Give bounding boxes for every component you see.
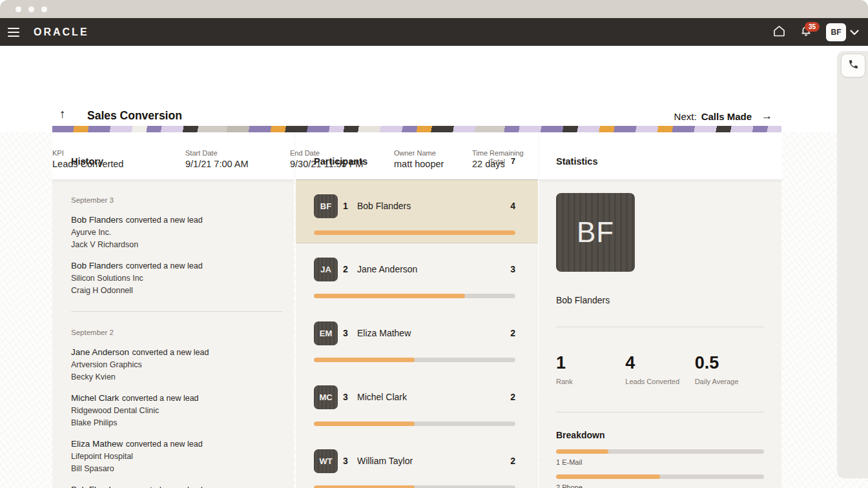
participant-score: 3 [510, 264, 515, 274]
stat-value: 4 [625, 353, 694, 373]
history-action: converted a new lead [132, 348, 209, 357]
history-date: September 2 [71, 329, 282, 336]
window-control-dot[interactable] [16, 6, 21, 12]
oracle-logo: ORACLE [34, 26, 89, 38]
decorative-banner [52, 126, 781, 132]
history-entries: Bob Flanders converted a new lead Ayurve… [71, 214, 282, 296]
progress-track [314, 485, 515, 488]
statistics-panel: Statistics BF Bob Flanders 1 Rank 4 Lead… [539, 132, 781, 488]
progress-track [314, 294, 515, 298]
breakdown-title: Breakdown [556, 430, 764, 440]
notification-badge: 35 [805, 22, 820, 32]
progress-track [556, 474, 764, 479]
kpi-item: Start Date 9/1/21 7:00 AM [185, 149, 290, 169]
participant-avatar: JA [314, 258, 338, 281]
breakdown-label: 2 Phone [556, 483, 764, 488]
participant-row[interactable]: WT 3 William Taylor 2 [296, 435, 538, 488]
participant-name: Michel Clark [357, 392, 407, 402]
arrow-right-icon: → [761, 110, 772, 123]
participant-name: Eliza Mathew [357, 328, 411, 338]
history-entry: Eliza Mathew converted a new lead Lifepo… [71, 438, 282, 474]
participant-rank: 3 [343, 392, 348, 402]
phone-icon [848, 59, 859, 72]
progress-fill [314, 358, 415, 362]
progress-fill [314, 294, 465, 298]
page-title: Sales Conversion [87, 109, 182, 123]
progress-fill [314, 485, 415, 488]
home-button[interactable] [768, 21, 790, 43]
history-company: Ridgewood Dental Clinic [71, 405, 282, 416]
main-content: History September 3 Bob Flanders convert… [52, 132, 781, 488]
progress-track [314, 422, 515, 426]
kpi-summary-row: KPI Leads Converted Start Date 9/1/21 7:… [52, 149, 556, 169]
call-button[interactable] [841, 54, 865, 77]
user-avatar[interactable]: BF [826, 23, 846, 41]
participant-row[interactable]: MC 3 Michel Clark 2 [296, 371, 538, 435]
divider [556, 412, 764, 412]
participant-row[interactable]: BF 1 Bob Flanders 4 [296, 179, 538, 243]
progress-fill [314, 230, 515, 235]
home-icon [772, 25, 786, 40]
history-divider [71, 311, 282, 312]
participant-row[interactable]: JA 2 Jane Anderson 3 [296, 243, 538, 307]
history-contact: Craig H Odonnell [71, 285, 282, 296]
participant-score: 2 [510, 392, 515, 402]
arrow-up-icon: ↑ [59, 107, 66, 121]
stat-label: Daily Average [695, 378, 764, 385]
participant-name: William Taylor [357, 456, 413, 466]
breakdown-item: 1 E-Mail [556, 449, 764, 466]
participants-list: BF 1 Bob Flanders 4 JA 2 Jane Anderson 3… [296, 179, 538, 488]
participant-row[interactable]: EM 3 Eliza Mathew 2 [296, 307, 538, 371]
notifications-button[interactable]: 35 [795, 21, 817, 43]
kpi-label: Start Date [185, 149, 290, 157]
next-kpi-link[interactable]: Next: Calls Made → [674, 110, 772, 123]
history-action: converted a new lead [122, 394, 199, 403]
history-actor: Michel Clark [71, 393, 119, 403]
history-company: Ayurve Inc. [71, 227, 282, 238]
participants-panel: Participants Total 7 BF 1 Bob Flanders 4… [296, 132, 538, 488]
participant-name: Jane Anderson [357, 264, 417, 274]
kpi-value: 9/1/21 7:00 AM [185, 159, 290, 169]
window-control-dot[interactable] [41, 6, 47, 12]
history-entry: Bob Flanders converted a new lead Silico… [71, 259, 282, 296]
menu-icon[interactable] [8, 25, 19, 39]
kpi-item: End Date 9/30/21 11:55 PM [290, 149, 394, 169]
divider [556, 327, 764, 327]
kpi-value: 22 days [472, 159, 556, 169]
history-contact: Jack V Richardson [71, 239, 282, 250]
participant-avatar: BF [314, 194, 338, 218]
history-company: Artversion Graphics [71, 360, 282, 370]
app-navbar: ORACLE 35 BF [0, 18, 868, 46]
progress-fill [314, 422, 415, 426]
progress-fill [556, 449, 608, 454]
statistics-detail: BF Bob Flanders 1 Rank 4 Leads Converted… [539, 179, 781, 488]
history-entry: Michel Clark converted a new lead Ridgew… [71, 392, 282, 428]
stat-label: Rank [556, 378, 625, 385]
stat-value: 0.5 [695, 353, 764, 373]
scroll-up-button[interactable]: ↑ [59, 107, 66, 121]
participant-avatar-large: BF [556, 193, 635, 272]
history-actor: Bob Flanders [71, 261, 123, 270]
history-group: September 3 Bob Flanders converted a new… [71, 196, 282, 296]
breakdown-item: 2 Phone [556, 474, 764, 488]
participant-score: 2 [510, 328, 515, 338]
kpi-item: Owner Name matt hooper [394, 149, 472, 169]
history-panel: History September 3 Bob Flanders convert… [52, 132, 294, 488]
history-company: Silicon Solutions Inc [71, 273, 282, 283]
history-actor: Eliza Mathew [71, 439, 123, 449]
history-contact: Becky Kvien [71, 372, 282, 382]
participant-name: Bob Flanders [556, 295, 764, 305]
kpi-label: Time Remaining [472, 149, 556, 157]
history-entry: Bob Flanders converted a new lead Micron… [71, 483, 282, 488]
participant-rank: 3 [343, 456, 348, 466]
history-actor: Jane Anderson [71, 347, 129, 357]
user-menu-button[interactable] [850, 26, 859, 38]
progress-track [314, 230, 515, 235]
participant-name: Bob Flanders [357, 201, 411, 211]
history-entry: Jane Anderson converted a new lead Artve… [71, 346, 282, 382]
history-action: converted a new lead [126, 485, 203, 488]
window-control-dot[interactable] [28, 6, 34, 12]
history-contact: Bill Spasaro [71, 463, 282, 474]
breakdown-label: 1 E-Mail [556, 458, 764, 466]
kpi-label: Owner Name [394, 149, 472, 157]
